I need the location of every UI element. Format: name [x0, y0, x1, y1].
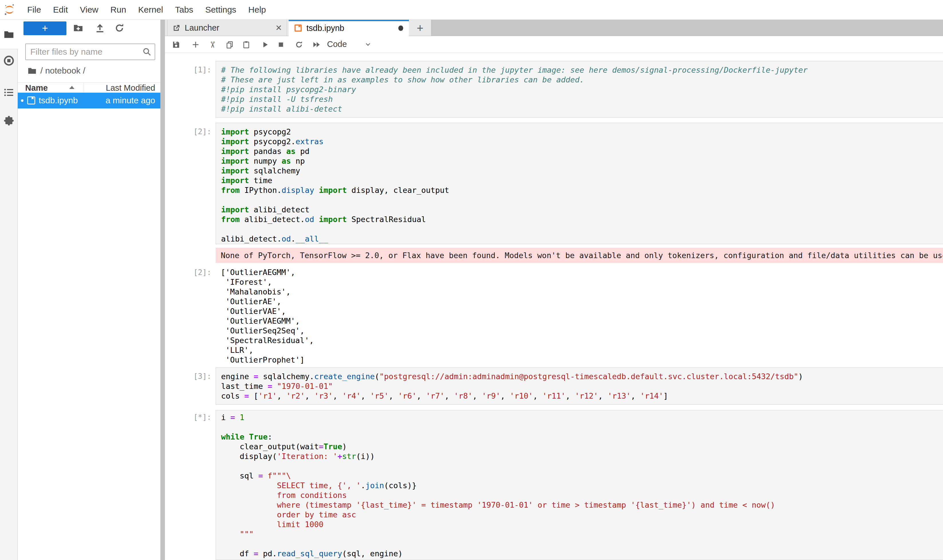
- fast-forward-icon: [312, 40, 321, 49]
- sidebar-tab-table-of-contents[interactable]: [0, 87, 18, 98]
- cell-2-output-text: ['OutlierAEGMM', 'IForest', 'Mahalanobis…: [221, 268, 314, 365]
- restart-kernel-button[interactable]: [295, 40, 304, 49]
- cell-2-output-prompt: [2]:: [165, 268, 214, 277]
- restart-run-all-button[interactable]: [312, 40, 322, 49]
- jupyter-logo-icon: [3, 3, 16, 16]
- active-tab-indicator: [289, 20, 409, 21]
- cut-cells-button[interactable]: ✂: [208, 40, 218, 49]
- file-modified-time: a minute ago: [106, 95, 155, 105]
- menu-item-tabs[interactable]: Tabs: [169, 5, 199, 15]
- cell-type-dropdown[interactable]: Code: [327, 40, 347, 49]
- cell-4-code-editor[interactable]: i = 1 while True: clear_output(wait=True…: [216, 410, 943, 560]
- puzzle-icon: [3, 115, 15, 127]
- menu-bar: File Edit View Run Kernel Tabs Settings …: [0, 0, 943, 20]
- paste-icon: [242, 40, 250, 49]
- tab-tsdb-ipynb[interactable]: tsdb.ipynb: [289, 20, 409, 36]
- notebook-toolbar: ✂: [165, 36, 943, 53]
- filter-files-field: [25, 43, 155, 60]
- sidebar-tab-running-kernels[interactable]: [0, 55, 18, 66]
- save-icon: [172, 40, 181, 49]
- new-folder-icon: [73, 23, 83, 34]
- new-launcher-button[interactable]: +: [23, 22, 66, 35]
- new-folder-button[interactable]: [73, 23, 83, 34]
- menu-item-file[interactable]: File: [21, 5, 47, 15]
- panel-splitter[interactable]: [161, 20, 165, 560]
- save-button[interactable]: [172, 40, 182, 49]
- play-icon: [261, 40, 270, 49]
- notebook-icon: [294, 24, 303, 32]
- cell-2-input-prompt: [2]:: [165, 127, 214, 137]
- run-cell-button[interactable]: [261, 40, 271, 49]
- breadcrumb-path: / notebook /: [40, 66, 85, 75]
- tab-launcher-label: Launcher: [185, 23, 219, 32]
- stop-icon: [276, 40, 285, 49]
- search-icon: [142, 47, 152, 57]
- stop-circle-icon: [3, 55, 15, 66]
- cell-1-code-editor[interactable]: # The following libraries have already b…: [216, 61, 943, 118]
- menu-item-view[interactable]: View: [74, 5, 104, 15]
- menu-item-settings[interactable]: Settings: [199, 5, 242, 15]
- cell-4-input-prompt: [*]:: [165, 412, 214, 422]
- menu-item-help[interactable]: Help: [242, 5, 272, 15]
- tab-tsdb-label: tsdb.ipynb: [306, 23, 344, 33]
- home-folder-icon[interactable]: [27, 66, 37, 75]
- main-dock-panel: Launcher ✕ tsdb.ipynb +: [165, 20, 943, 560]
- cell-3-input-prompt: [3]:: [165, 371, 214, 381]
- restart-icon: [295, 40, 303, 49]
- file-browser-panel: +: [18, 20, 161, 560]
- upload-button[interactable]: [94, 23, 105, 34]
- menu-items: File Edit View Run Kernel Tabs Settings …: [21, 5, 272, 15]
- notebook-file-icon: [27, 96, 36, 105]
- breadcrumb[interactable]: / notebook /: [27, 65, 85, 76]
- jupyterlab-app: File Edit View Run Kernel Tabs Settings …: [0, 0, 943, 560]
- add-tab-button[interactable]: +: [410, 20, 430, 36]
- column-divider: [83, 83, 84, 92]
- insert-cell-button[interactable]: [191, 40, 201, 49]
- column-header-last-modified[interactable]: Last Modified: [106, 83, 156, 93]
- unsaved-dot-icon: [21, 99, 23, 102]
- folder-icon: [3, 29, 15, 40]
- filter-files-input[interactable]: [25, 43, 155, 60]
- launcher-icon: [172, 24, 181, 32]
- chevron-down-icon[interactable]: [364, 41, 372, 48]
- list-icon: [3, 87, 15, 98]
- menu-item-run[interactable]: Run: [105, 5, 132, 15]
- notebook-scroll-area: [1]: # The following libraries have alre…: [165, 53, 943, 560]
- stderr-warning-banner: None of PyTorch, TensorFlow >= 2.0, or F…: [216, 248, 943, 263]
- file-name: tsdb.ipynb: [39, 95, 78, 105]
- menu-item-edit[interactable]: Edit: [47, 5, 74, 15]
- refresh-icon: [114, 23, 125, 34]
- copy-icon: [225, 40, 234, 49]
- tab-close-button[interactable]: ✕: [275, 23, 282, 32]
- paste-cells-button[interactable]: [242, 40, 252, 49]
- upload-icon: [94, 23, 105, 34]
- tab-bar-empty-area: [431, 20, 943, 36]
- cell-3-code-editor[interactable]: engine = sqlalchemy.create_engine("postg…: [216, 368, 943, 405]
- activity-bar: [0, 20, 18, 560]
- interrupt-kernel-button[interactable]: [276, 40, 286, 49]
- column-header-name[interactable]: Name: [25, 83, 48, 93]
- file-row-tsdb-ipynb[interactable]: tsdb.ipynb a minute ago: [18, 93, 161, 108]
- copy-cells-button[interactable]: [225, 40, 235, 49]
- refresh-button[interactable]: [114, 23, 125, 34]
- sidebar-tab-file-browser[interactable]: [0, 20, 18, 49]
- file-list-header: Name Last Modified: [18, 82, 161, 92]
- sort-ascending-icon: [69, 86, 74, 89]
- cell-2-code-editor[interactable]: import psycopg2import psycopg2.extrasimp…: [216, 123, 943, 244]
- tab-launcher[interactable]: Launcher ✕: [167, 20, 287, 36]
- menu-item-kernel[interactable]: Kernel: [132, 5, 169, 15]
- plus-icon: [191, 40, 200, 49]
- sidebar-tab-extensions[interactable]: [0, 115, 18, 127]
- unsaved-changes-icon: [398, 25, 403, 31]
- scissors-icon: ✂: [208, 41, 218, 48]
- cell-1-input-prompt: [1]:: [165, 65, 214, 75]
